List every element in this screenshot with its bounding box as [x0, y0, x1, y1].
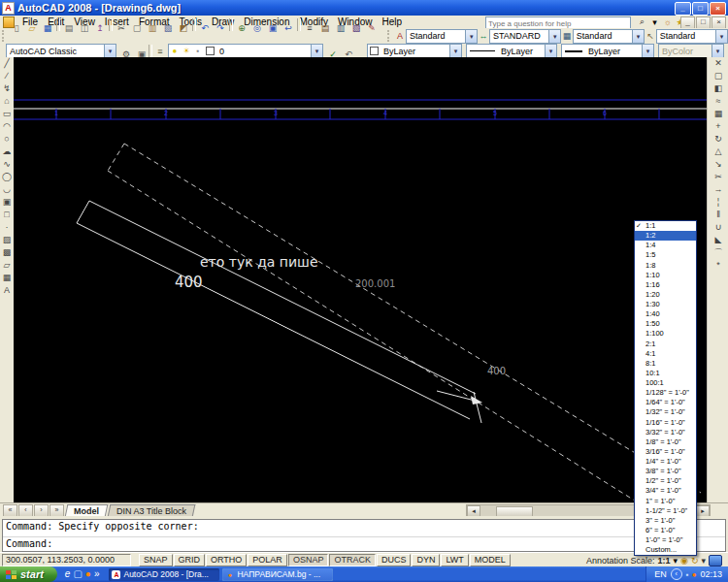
- clock[interactable]: 02:13: [700, 569, 722, 579]
- language-indicator[interactable]: EN: [654, 569, 667, 579]
- undo-icon[interactable]: ↶: [197, 20, 213, 36]
- scale-option-1:8[interactable]: 1:8: [635, 261, 696, 271]
- scale-option-1:40[interactable]: 1:40: [635, 309, 696, 319]
- construction-line-icon[interactable]: ∕: [1, 70, 14, 82]
- line-icon[interactable]: ╱: [1, 57, 14, 70]
- quick-launch-overflow-icon[interactable]: »: [94, 567, 100, 581]
- annotation-scale-dropdown-icon[interactable]: ▾: [674, 556, 678, 566]
- markup-set-manager-icon[interactable]: ✎: [364, 20, 380, 36]
- scale-option-1----1--0-[interactable]: 1" = 1'-0": [635, 497, 696, 506]
- dropdown-arrow-icon[interactable]: ▾: [449, 45, 461, 57]
- workspace-combo[interactable]: AutoCAD Classic ▾: [6, 44, 116, 58]
- table-style-combo[interactable]: Standard ▾: [573, 29, 645, 44]
- scale-option-1-128----1--0-[interactable]: 1/128" = 1'-0": [635, 388, 696, 398]
- command-prompt-line[interactable]: Command:: [3, 537, 725, 550]
- toggle-dyn[interactable]: DYN: [412, 554, 440, 566]
- search-dropdown-icon[interactable]: ▾: [649, 17, 660, 27]
- multileader-style-combo[interactable]: Standard ▾: [656, 29, 728, 44]
- redo-icon[interactable]: ↷: [213, 20, 228, 36]
- plot-icon[interactable]: ▤: [61, 20, 77, 36]
- hatch-icon[interactable]: ▨: [1, 234, 14, 246]
- zoom-realtime-icon[interactable]: ◎: [249, 20, 265, 36]
- scale-option-4:1[interactable]: 4:1: [635, 349, 696, 359]
- toggle-ducs[interactable]: DUCS: [377, 554, 412, 566]
- insert-block-icon[interactable]: ▣: [1, 196, 14, 209]
- clean-screen-icon[interactable]: [709, 555, 722, 566]
- scale-icon[interactable]: △: [712, 146, 725, 158]
- tray-network-icon[interactable]: ▪: [686, 570, 689, 579]
- gradient-icon[interactable]: ▩: [1, 246, 14, 259]
- dropdown-arrow-icon[interactable]: ▾: [545, 45, 556, 57]
- toggle-osnap[interactable]: OSNAP: [288, 554, 329, 566]
- firefox-icon[interactable]: ●: [85, 567, 91, 581]
- lineweight-combo[interactable]: ByLayer ▾: [561, 44, 654, 58]
- extend-icon[interactable]: →: [712, 183, 725, 196]
- toggle-otrack[interactable]: OTRACK: [329, 554, 376, 566]
- communication-center-icon[interactable]: ☼: [662, 17, 673, 27]
- linetype-combo[interactable]: ByLayer ▾: [466, 44, 557, 58]
- annotation-autoscale-icon[interactable]: ↻: [691, 556, 699, 566]
- pan-icon[interactable]: ⊕: [234, 20, 249, 36]
- circle-icon[interactable]: ○: [1, 133, 14, 146]
- scale-option-3-32----1--0-[interactable]: 3/32" = 1'-0": [635, 428, 696, 437]
- toggle-polar[interactable]: POLAR: [248, 554, 287, 566]
- scale-option-1-4----1--0-[interactable]: 1/4" = 1'-0": [635, 457, 696, 467]
- show-desktop-icon[interactable]: ▢: [73, 567, 82, 581]
- erase-icon[interactable]: ✕: [712, 57, 725, 70]
- layer-on-icon[interactable]: ●: [169, 45, 181, 57]
- dropdown-arrow-icon[interactable]: ▾: [715, 30, 727, 43]
- dimension-text-200[interactable]: 200.001: [355, 278, 395, 289]
- scale-option-6----1--0-[interactable]: 6" = 1'-0": [635, 526, 696, 535]
- tab-next-button[interactable]: ›: [34, 504, 49, 517]
- taskbar-window-firefox[interactable]: ●НАПРАВИСАМ.bg - ...: [222, 568, 333, 581]
- dropdown-arrow-icon[interactable]: ▾: [104, 45, 116, 57]
- scale-option-100:1[interactable]: 100:1: [635, 378, 696, 388]
- tab-last-button[interactable]: »: [50, 504, 64, 517]
- polyline-icon[interactable]: ↯: [1, 82, 14, 95]
- window-restore-button[interactable]: □: [692, 2, 709, 16]
- tab-layout-din-a3[interactable]: DIN A3 Title Block: [108, 504, 196, 517]
- toggle-model[interactable]: MODEL: [470, 554, 511, 566]
- scale-option-1:5[interactable]: 1:5: [635, 250, 696, 260]
- command-text-area[interactable]: Command: Specify opposite corner: Comman…: [2, 519, 726, 552]
- solid-lines[interactable]: [77, 201, 481, 423]
- scale-option-8:1[interactable]: 8:1: [635, 359, 696, 369]
- toggle-snap[interactable]: SNAP: [139, 554, 173, 566]
- dropdown-arrow-icon[interactable]: ▾: [632, 30, 644, 43]
- scale-option-1:16[interactable]: 1:16: [635, 280, 696, 290]
- dropdown-arrow-icon[interactable]: ▾: [465, 30, 477, 43]
- scale-option-1-8----1--0-[interactable]: 1/8" = 1'-0": [635, 437, 696, 447]
- scale-option-1:30[interactable]: 1:30: [635, 300, 696, 309]
- scale-option-1:2[interactable]: 1:2: [635, 231, 696, 241]
- dashed-lines[interactable]: [108, 144, 701, 502]
- scale-option-1:10[interactable]: 1:10: [635, 271, 696, 280]
- scale-option-1:1[interactable]: 1:1✓: [635, 221, 696, 231]
- window-close-button[interactable]: ×: [710, 2, 726, 16]
- table-icon[interactable]: ▦: [1, 272, 14, 284]
- multiline-text-icon[interactable]: A: [1, 284, 14, 297]
- dropdown-arrow-icon[interactable]: ▾: [548, 30, 560, 43]
- scale-option-3-8----1--0-[interactable]: 3/8" = 1'-0": [635, 467, 696, 476]
- rectangle-icon[interactable]: ▭: [1, 108, 14, 120]
- dimension-text-400-left[interactable]: 400: [175, 274, 203, 291]
- sheetset-manager-icon[interactable]: ▧: [348, 20, 364, 36]
- spline-icon[interactable]: ∿: [1, 158, 14, 171]
- drawing-canvas[interactable]: 123456 ето тук да пише 400 200.001 400: [14, 57, 707, 502]
- annotation-visibility-icon[interactable]: ◉: [680, 556, 688, 566]
- ellipse-icon[interactable]: ◯: [1, 171, 14, 183]
- properties-icon[interactable]: ≡: [302, 20, 317, 36]
- paste-icon[interactable]: ▥: [145, 20, 160, 36]
- move-icon[interactable]: +: [712, 120, 725, 133]
- coordinate-readout[interactable]: 300.0507, 113.2503, 0.0000: [2, 554, 131, 566]
- copy-object-icon[interactable]: ▢: [712, 70, 725, 82]
- zoom-window-icon[interactable]: ▣: [265, 20, 281, 36]
- scale-option-2:1[interactable]: 2:1: [635, 340, 696, 349]
- scale-option-Custom---[interactable]: Custom...: [635, 545, 696, 555]
- layer-freeze-icon[interactable]: ☀: [181, 45, 192, 57]
- stretch-icon[interactable]: ↘: [712, 158, 725, 171]
- scale-option-1-1-2----1--0-[interactable]: 1-1/2" = 1'-0": [635, 506, 696, 516]
- trim-icon[interactable]: ✂: [712, 171, 725, 183]
- color-combo[interactable]: ByLayer ▾: [367, 44, 462, 58]
- make-block-icon[interactable]: □: [1, 209, 14, 221]
- break-at-point-icon[interactable]: ¦: [712, 196, 725, 209]
